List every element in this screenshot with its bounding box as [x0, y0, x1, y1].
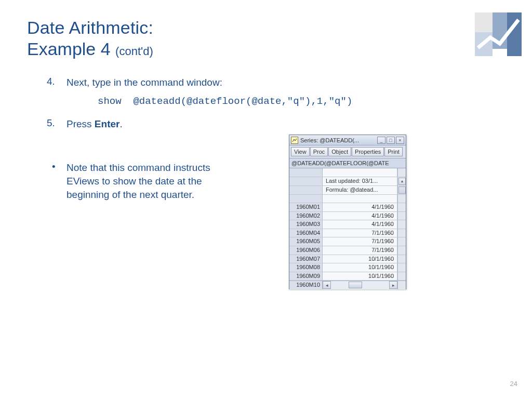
grid-header-row — [289, 168, 406, 177]
step-text: Press Enter. — [66, 117, 123, 131]
toolbar-object[interactable]: Object — [328, 147, 351, 156]
table-row: 1960M07 10/1/1960 — [289, 255, 406, 264]
table-row: 1960M01 4/1/1960 — [289, 203, 406, 212]
svg-rect-0 — [475, 12, 493, 32]
logo-chart-icon — [475, 12, 522, 56]
table-row: 1960M05 7/1/1960 — [289, 237, 406, 246]
minimize-button[interactable]: _ — [377, 137, 385, 144]
step-4: 4. Next, type in the command window: — [47, 76, 338, 89]
table-row: 1960M06 7/1/1960 — [289, 246, 406, 255]
scroll-up-button[interactable]: ▴ — [398, 178, 406, 185]
note-bullet: • Note that this command instructs EView… — [52, 161, 244, 202]
table-row: 1960M09 10/1/1960 — [289, 272, 406, 281]
bullet-text: Note that this command instructs EViews … — [66, 161, 244, 202]
scroll-left-button[interactable]: ◂ — [323, 281, 331, 289]
info-row-updated: Last updated: 03/1... ▴ — [289, 177, 406, 186]
step-5: 5. Press Enter. — [47, 117, 338, 131]
info-row-formula: Formula: @datead... — [289, 186, 406, 195]
horizontal-scrollbar[interactable]: 1960M10 ◂ ▸ — [289, 281, 406, 289]
scroll-track[interactable] — [331, 281, 389, 289]
step-text: Next, type in the command window: — [66, 76, 222, 89]
scroll-thumb[interactable] — [349, 282, 362, 288]
close-button[interactable]: × — [396, 137, 404, 144]
slide-title: Date Arithmetic: Example 4 (cont'd) — [27, 18, 153, 59]
toolbar-proc[interactable]: Proc — [310, 147, 328, 156]
steps-list: 4. Next, type in the command window: sho… — [47, 76, 338, 137]
table-row: 1960M03 4/1/1960 — [289, 220, 406, 229]
title-line-1: Date Arithmetic: — [27, 18, 153, 38]
window-title: Series: @DATEADD(... — [300, 137, 377, 143]
formula-bar: @DATEADD(@DATEFLOOR(@DATE — [289, 158, 406, 168]
scroll-right-button[interactable]: ▸ — [389, 281, 397, 289]
series-icon — [291, 137, 298, 144]
window-titlebar: Series: @DATEADD(... _ □ × — [289, 135, 406, 145]
table-row: 1960M04 7/1/1960 — [289, 229, 406, 238]
page-number: 24 — [510, 380, 517, 388]
window-toolbar: View Proc Object Properties Print — [289, 145, 406, 158]
scroll-thumb[interactable] — [398, 187, 406, 194]
table-row: 1960M02 4/1/1960 — [289, 212, 406, 221]
toolbar-print[interactable]: Print — [384, 147, 403, 156]
eviews-series-window: Series: @DATEADD(... _ □ × View Proc Obj… — [289, 135, 406, 289]
bullet-marker: • — [52, 161, 66, 202]
title-line-2: Example 4 (cont'd) — [27, 39, 153, 59]
code-command: show @dateadd(@datefloor(@date,"q"),1,"q… — [98, 96, 338, 107]
spacer-row — [289, 195, 406, 204]
step-number: 4. — [47, 76, 66, 89]
toolbar-view[interactable]: View — [291, 147, 310, 156]
table-row: 1960M08 10/1/1960 — [289, 263, 406, 272]
maximize-button[interactable]: □ — [387, 137, 395, 144]
toolbar-properties[interactable]: Properties — [352, 147, 384, 156]
data-grid: Last updated: 03/1... ▴ Formula: @datead… — [289, 168, 406, 289]
step-number: 5. — [47, 117, 66, 131]
